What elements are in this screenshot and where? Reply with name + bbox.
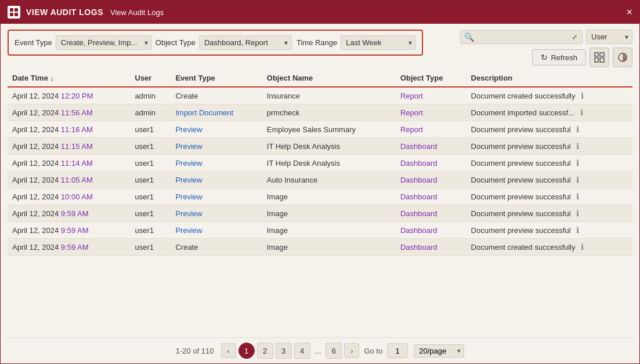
goto-label: Go to — [364, 347, 382, 355]
search-icon: 🔍 — [464, 32, 474, 42]
event-type-value[interactable]: Preview — [175, 159, 202, 168]
cell-datetime: April 12, 2024 12:20 PM — [8, 87, 131, 104]
event-type-value[interactable]: Preview — [175, 226, 202, 235]
event-type-value[interactable]: Preview — [175, 176, 202, 184]
cell-description: Document preview successful ℹ — [467, 205, 632, 222]
event-type-select[interactable]: Create, Preview, Imp... — [56, 35, 152, 50]
search-confirm-icon[interactable]: ✓ — [572, 32, 578, 42]
table-container: Date Time ↓ User Event Type Object Name … — [8, 70, 632, 337]
info-icon[interactable]: ℹ — [581, 91, 584, 100]
toolbar-row: ↻ Refresh — [532, 48, 632, 67]
chart-view-button[interactable] — [613, 48, 632, 67]
event-type-value[interactable]: Preview — [175, 125, 202, 134]
object-type-value[interactable]: Report — [400, 92, 423, 100]
cell-object-type: Dashboard — [396, 138, 467, 155]
page-4-button[interactable]: 4 — [294, 343, 310, 359]
info-icon[interactable]: ℹ — [576, 158, 579, 168]
info-icon[interactable]: ℹ — [576, 125, 579, 134]
pagination: 1-20 of 110 ‹ 1 2 3 4 ... 6 › Go to 10/p… — [8, 337, 632, 363]
grid-view-button[interactable] — [590, 48, 609, 67]
col-description: Description — [467, 70, 632, 87]
perpage-select[interactable]: 10/page 20/page 50/page 100/page — [414, 344, 464, 358]
close-button[interactable]: × — [626, 7, 632, 17]
event-type-value[interactable]: Import Document — [175, 108, 233, 117]
refresh-label: Refresh — [551, 53, 577, 62]
cell-user: user1 — [131, 188, 171, 205]
cell-user: user1 — [131, 205, 171, 222]
cell-datetime: April 12, 2024 11:56 AM — [8, 104, 131, 121]
search-input[interactable] — [476, 32, 569, 41]
cell-time: 9:59 AM — [61, 243, 89, 252]
object-type-value[interactable]: Report — [400, 108, 423, 117]
cell-event-type: Preview — [171, 205, 262, 222]
object-type-select-wrapper: Dashboard, Report — [199, 35, 292, 50]
col-datetime[interactable]: Date Time ↓ — [8, 70, 131, 87]
info-icon[interactable]: ℹ — [581, 242, 584, 252]
refresh-button[interactable]: ↻ Refresh — [532, 49, 586, 65]
prev-page-button[interactable]: ‹ — [221, 343, 236, 358]
info-icon[interactable]: ℹ — [576, 209, 579, 218]
cell-user: user1 — [131, 172, 171, 188]
table-row: April 12, 2024 9:59 AM user1 Create Imag… — [8, 239, 632, 256]
info-icon[interactable]: ℹ — [576, 192, 579, 201]
object-type-value[interactable]: Dashboard — [400, 176, 437, 184]
time-range-select[interactable]: Last Week — [341, 35, 416, 50]
table-row: April 12, 2024 11:16 AM user1 Preview Em… — [8, 121, 632, 138]
cell-user: admin — [131, 104, 171, 121]
event-type-value[interactable]: Preview — [175, 209, 202, 218]
object-type-value[interactable]: Dashboard — [400, 192, 437, 201]
cell-datetime: April 12, 2024 11:16 AM — [8, 121, 131, 138]
page-3-button[interactable]: 3 — [276, 343, 292, 359]
goto-input[interactable] — [387, 343, 408, 358]
cell-object-name: IT Help Desk Analysis — [262, 138, 396, 155]
col-object-name: Object Name — [262, 70, 396, 87]
content-area: Event Type Create, Preview, Imp... Objec… — [1, 24, 639, 363]
cell-event-type: Create — [171, 239, 262, 256]
cell-time: 12:20 PM — [61, 92, 93, 100]
time-range-select-wrapper: Last Week — [341, 35, 416, 50]
page-1-button[interactable]: 1 — [238, 343, 255, 359]
info-icon[interactable]: ℹ — [576, 141, 579, 151]
cell-object-name: prmcheck — [262, 104, 396, 121]
user-select[interactable]: User — [586, 30, 632, 44]
object-type-value[interactable]: Dashboard — [400, 159, 437, 168]
cell-object-name: Insurance — [262, 87, 396, 104]
svg-rect-0 — [10, 8, 13, 12]
event-type-value[interactable]: Preview — [175, 142, 202, 151]
grid-icon — [594, 52, 605, 63]
event-type-value[interactable]: Preview — [175, 192, 202, 201]
cell-description: Document preview successful ℹ — [467, 222, 632, 239]
page-2-button[interactable]: 2 — [257, 343, 273, 359]
table-row: April 12, 2024 10:00 AM user1 Preview Im… — [8, 188, 632, 205]
info-icon[interactable]: ℹ — [576, 175, 579, 184]
object-type-value[interactable]: Dashboard — [400, 142, 437, 151]
cell-event-type: Preview — [171, 172, 262, 188]
object-type-value[interactable]: Report — [400, 125, 423, 134]
info-icon[interactable]: ℹ — [576, 225, 579, 235]
page-6-button[interactable]: 6 — [326, 343, 342, 359]
app-logo — [8, 6, 20, 19]
event-type-label: Event Type — [15, 38, 52, 47]
object-type-value[interactable]: Dashboard — [400, 243, 437, 252]
info-icon[interactable]: ℹ — [580, 108, 583, 117]
col-event-type: Event Type — [171, 70, 262, 87]
table-row: April 12, 2024 11:56 AM admin Import Doc… — [8, 104, 632, 121]
page-dots: ... — [313, 347, 324, 355]
cell-datetime: April 12, 2024 9:59 AM — [8, 239, 131, 256]
window: VIEW AUDIT LOGS View Audit Logs × Event … — [0, 0, 640, 364]
audit-table: Date Time ↓ User Event Type Object Name … — [8, 70, 632, 256]
next-page-button[interactable]: › — [344, 343, 359, 358]
cell-user: user1 — [131, 138, 171, 155]
object-type-value[interactable]: Dashboard — [400, 209, 437, 218]
object-type-value[interactable]: Dashboard — [400, 226, 437, 235]
cell-description: Document preview successful ℹ — [467, 172, 632, 188]
table-row: April 12, 2024 11:14 AM user1 Preview IT… — [8, 155, 632, 172]
header-area: Event Type Create, Preview, Imp... Objec… — [8, 30, 632, 67]
table-row: April 12, 2024 11:15 AM user1 Preview IT… — [8, 138, 632, 155]
event-type-value: Create — [175, 243, 198, 252]
object-type-select[interactable]: Dashboard, Report — [199, 35, 292, 50]
pie-icon — [617, 52, 628, 63]
table-row: April 12, 2024 12:20 PM admin Create Ins… — [8, 87, 632, 104]
event-type-select-wrapper: Create, Preview, Imp... — [56, 35, 152, 50]
titlebar: VIEW AUDIT LOGS View Audit Logs × — [1, 1, 639, 24]
